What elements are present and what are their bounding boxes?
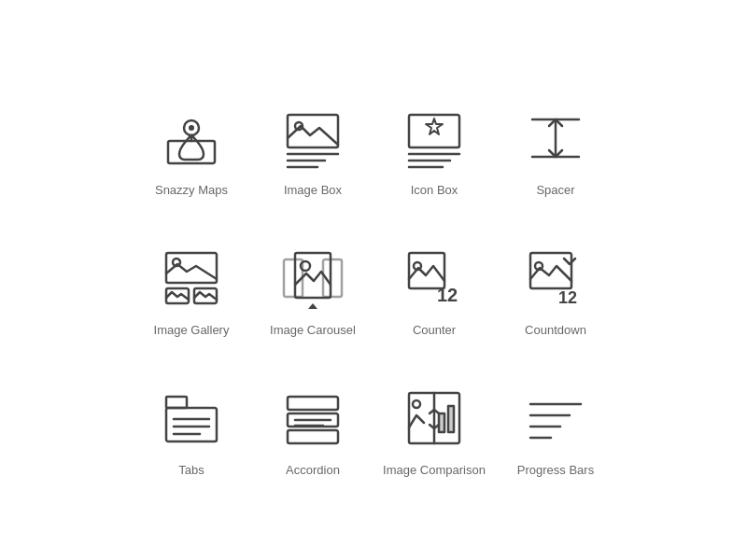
svg-rect-44: [439, 413, 444, 432]
widget-grid: Snazzy Maps Image Box: [117, 56, 630, 504]
svg-rect-25: [409, 253, 444, 288]
widget-image-carousel[interactable]: Image Carousel: [257, 215, 369, 345]
progress-bars-icon: [518, 381, 593, 455]
svg-rect-45: [448, 406, 454, 432]
svg-marker-24: [308, 303, 317, 309]
svg-point-43: [413, 400, 420, 408]
svg-point-17: [173, 259, 180, 266]
image-carousel-icon: [275, 241, 350, 315]
tabs-icon: [154, 381, 229, 455]
widget-spacer[interactable]: Spacer: [500, 75, 612, 205]
accordion-label: Accordion: [286, 463, 340, 478]
image-gallery-label: Image Gallery: [154, 323, 230, 338]
widget-icon-box[interactable]: Icon Box: [378, 75, 490, 205]
tabs-label: Tabs: [178, 463, 204, 478]
image-gallery-icon: [154, 241, 229, 315]
svg-point-4: [295, 122, 303, 130]
widget-image-box[interactable]: Image Box: [257, 75, 369, 205]
image-carousel-label: Image Carousel: [270, 323, 356, 338]
svg-rect-32: [166, 408, 217, 441]
svg-rect-31: [166, 397, 187, 408]
image-comparison-icon: [397, 381, 472, 455]
widget-tabs[interactable]: Tabs: [135, 355, 247, 485]
image-box-label: Image Box: [284, 183, 342, 198]
svg-rect-36: [288, 397, 338, 410]
widget-counter[interactable]: 12 Counter: [378, 215, 490, 345]
svg-text:12: 12: [437, 285, 458, 305]
countdown-label: Countdown: [525, 323, 586, 338]
countdown-icon: 12: [518, 241, 593, 315]
svg-rect-38: [288, 430, 338, 443]
counter-label: Counter: [413, 323, 456, 338]
svg-point-29: [535, 262, 543, 270]
snazzy-maps-icon: [154, 101, 229, 175]
counter-icon: 12: [397, 241, 472, 315]
widget-progress-bars[interactable]: Progress Bars: [500, 355, 612, 485]
spacer-icon: [518, 101, 593, 175]
snazzy-maps-label: Snazzy Maps: [155, 183, 228, 198]
svg-text:12: 12: [558, 288, 577, 307]
image-comparison-label: Image Comparison: [383, 463, 486, 478]
widget-countdown[interactable]: 12 Countdown: [500, 215, 612, 345]
widget-image-comparison[interactable]: Image Comparison: [378, 355, 490, 485]
accordion-icon: [275, 381, 350, 455]
widget-image-gallery[interactable]: Image Gallery: [135, 215, 247, 345]
progress-bars-label: Progress Bars: [517, 463, 594, 478]
widget-accordion[interactable]: Accordion: [257, 355, 369, 485]
icon-box-icon: [397, 101, 472, 175]
svg-marker-9: [426, 119, 443, 134]
spacer-label: Spacer: [536, 183, 574, 198]
svg-point-2: [189, 125, 194, 131]
image-box-icon: [275, 101, 350, 175]
svg-point-26: [414, 262, 421, 270]
widget-snazzy-maps[interactable]: Snazzy Maps: [135, 75, 247, 205]
icon-box-label: Icon Box: [411, 183, 458, 198]
